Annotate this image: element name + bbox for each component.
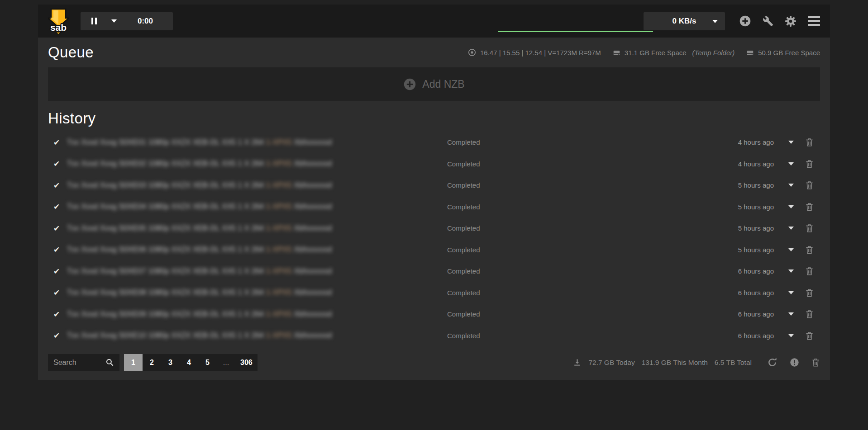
page-button-306[interactable]: 306: [235, 354, 258, 371]
purge-history-button[interactable]: [811, 358, 820, 367]
chevron-down-icon[interactable]: [788, 269, 794, 273]
history-item-status: Completed: [447, 332, 480, 340]
history-row: ✔ Txx Xxxd Xxxg S0XE04 1080p XXZX XEB-DL…: [38, 196, 830, 218]
delete-item-button[interactable]: [805, 266, 814, 276]
history-info-button[interactable]: [790, 358, 799, 367]
pause-button[interactable]: [91, 18, 97, 24]
delete-item-button[interactable]: [805, 137, 814, 147]
history-row: ✔ Txx Xxxd Xxxg S0XE03 1080p XXZX XEB-DL…: [38, 175, 830, 196]
delete-item-button[interactable]: [805, 245, 814, 255]
history-header: History: [38, 101, 830, 132]
pause-timer: 0:00: [138, 17, 153, 26]
history-row: ✔ Txx Xxxd Xxxg S0XE09 1080p XXZX XEB-DL…: [38, 303, 830, 325]
chevron-down-icon[interactable]: [788, 141, 794, 144]
chevron-down-icon[interactable]: [788, 334, 794, 337]
page-button-1[interactable]: 1: [124, 354, 143, 371]
chevron-down-icon[interactable]: [788, 248, 794, 251]
check-icon: ✔: [53, 138, 67, 147]
history-item-time: 4 hours ago: [738, 138, 781, 146]
app-container: sab 0:00 0 KB/s: [38, 5, 830, 380]
chevron-down-icon[interactable]: [788, 205, 794, 208]
svg-text:sab: sab: [50, 22, 67, 33]
delete-item-button[interactable]: [805, 202, 814, 212]
history-item-name-blurred[interactable]: Txx Xxxd Xxxg S0XE05 1080p XXZX XEB-DL X…: [67, 224, 447, 232]
exclamation-circle-icon: [790, 358, 799, 367]
pause-control-group: 0:00: [81, 12, 173, 30]
chevron-down-icon[interactable]: [788, 162, 794, 165]
page-button-4[interactable]: 4: [180, 354, 198, 371]
chevron-down-icon[interactable]: [788, 184, 794, 187]
hamburger-menu-icon[interactable]: [808, 16, 820, 26]
history-item-time: 6 hours ago: [738, 267, 781, 275]
add-nzb-label: Add NZB: [422, 78, 464, 90]
sabnzbd-logo-icon[interactable]: sab: [48, 8, 69, 34]
trash-icon: [805, 159, 814, 169]
chevron-down-icon[interactable]: [788, 291, 794, 294]
history-item-name-blurred[interactable]: Txx Xxxd Xxxg S0XE08 1080p XXZX XEB-DL X…: [67, 288, 447, 297]
total-today: 72.7 GB Today: [588, 359, 634, 367]
gear-icon[interactable]: [785, 15, 796, 27]
history-row: ✔ Txx Xxxd Xxxg S0XE01 1080p XXZX XEB-DL…: [38, 132, 830, 153]
page-button-2[interactable]: 2: [143, 354, 161, 371]
history-row: ✔ Txx Xxxd Xxxg S0XE06 1080p XXZX XEB-DL…: [38, 239, 830, 261]
trash-icon: [805, 331, 814, 340]
history-item-time: 5 hours ago: [738, 181, 781, 189]
pause-dropdown-caret-icon[interactable]: [111, 19, 117, 23]
temp-folder-free-space: 31.1 GB Free Space (Temp Folder): [613, 49, 734, 57]
history-item-name-blurred[interactable]: Txx Xxxd Xxxg S0XE01 1080p XXZX XEB-DL X…: [67, 138, 447, 146]
search-icon[interactable]: [105, 358, 114, 367]
add-nzb-dropzone[interactable]: Add NZB: [48, 67, 820, 101]
trash-icon: [805, 202, 814, 212]
history-footer-bar: 12345...306 72.7 GB Today 131.9 GB This …: [48, 354, 820, 371]
complete-folder-free-space: 50.9 GB Free Space: [746, 49, 820, 57]
history-item-name-blurred[interactable]: Txx Xxxd Xxxg S0XE09 1080p XXZX XEB-DL X…: [67, 310, 447, 318]
delete-item-button[interactable]: [805, 159, 814, 169]
check-icon: ✔: [53, 331, 67, 340]
hdd-icon: [746, 49, 754, 57]
chevron-down-icon[interactable]: [788, 312, 794, 316]
refresh-button[interactable]: [767, 357, 777, 368]
history-item-status: Completed: [447, 203, 480, 211]
trash-icon: [805, 137, 814, 147]
speed-dropdown-caret-icon: [712, 20, 718, 23]
delete-item-button[interactable]: [805, 288, 814, 298]
history-item-time: 4 hours ago: [738, 160, 781, 168]
chevron-down-icon[interactable]: [788, 227, 794, 230]
history-totals: 72.7 GB Today 131.9 GB This Month 6.5 TB…: [573, 358, 752, 367]
history-item-name-blurred[interactable]: Txx Xxxd Xxxg S0XE04 1080p XXZX XEB-DL X…: [67, 203, 447, 211]
search-input[interactable]: [53, 359, 102, 367]
delete-item-button[interactable]: [805, 331, 814, 340]
page-button-5[interactable]: 5: [198, 354, 217, 371]
trash-icon: [805, 223, 814, 233]
speed-limit-button[interactable]: 0 KB/s: [644, 12, 725, 30]
queue-stats: 16.47 | 15.55 | 12.54 | V=1723M R=97M 31…: [468, 48, 820, 57]
check-icon: ✔: [53, 224, 67, 233]
delete-item-button[interactable]: [805, 309, 814, 319]
history-item-name-blurred[interactable]: Txx Xxxd Xxxg S0XE02 1080p XXZX XEB-DL X…: [67, 160, 447, 168]
trash-icon: [805, 309, 814, 319]
hdd-icon: [613, 49, 620, 57]
history-row: ✔ Txx Xxxd Xxxg S0XE07 1080p XXZX XEB-DL…: [38, 260, 830, 282]
history-item-time: 6 hours ago: [738, 332, 781, 340]
speed-value: 0 KB/s: [672, 17, 696, 26]
history-list: ✔ Txx Xxxd Xxxg S0XE01 1080p XXZX XEB-DL…: [38, 132, 830, 346]
main-panel: Queue 16.47 | 15.55 | 12.54 | V=1723M R=…: [38, 38, 830, 380]
page-ellipsis[interactable]: ...: [217, 354, 235, 371]
history-item-status: Completed: [447, 160, 480, 168]
add-nzb-plus-icon[interactable]: [739, 15, 751, 27]
history-item-time: 6 hours ago: [738, 310, 781, 318]
delete-item-button[interactable]: [805, 223, 814, 233]
history-item-name-blurred[interactable]: Txx Xxxd Xxxg S0XE06 1080p XXZX XEB-DL X…: [67, 246, 447, 254]
history-item-name-blurred[interactable]: Txx Xxxd Xxxg S0XE07 1080p XXZX XEB-DL X…: [67, 267, 447, 275]
wrench-icon[interactable]: [763, 16, 773, 27]
queue-header: Queue 16.47 | 15.55 | 12.54 | V=1723M R=…: [38, 38, 830, 64]
search-box: [48, 354, 119, 371]
trash-icon: [805, 245, 814, 255]
plus-circle-icon: [403, 78, 416, 91]
history-item-name-blurred[interactable]: Txx Xxxd Xxxg S0XE10 1080p XXZX XEB-DL X…: [67, 331, 447, 340]
speed-graph-line: [498, 31, 653, 32]
history-item-name-blurred[interactable]: Txx Xxxd Xxxg S0XE03 1080p XXZX XEB-DL X…: [67, 181, 447, 189]
page-button-3[interactable]: 3: [161, 354, 180, 371]
history-item-status: Completed: [447, 289, 480, 297]
delete-item-button[interactable]: [805, 180, 814, 190]
